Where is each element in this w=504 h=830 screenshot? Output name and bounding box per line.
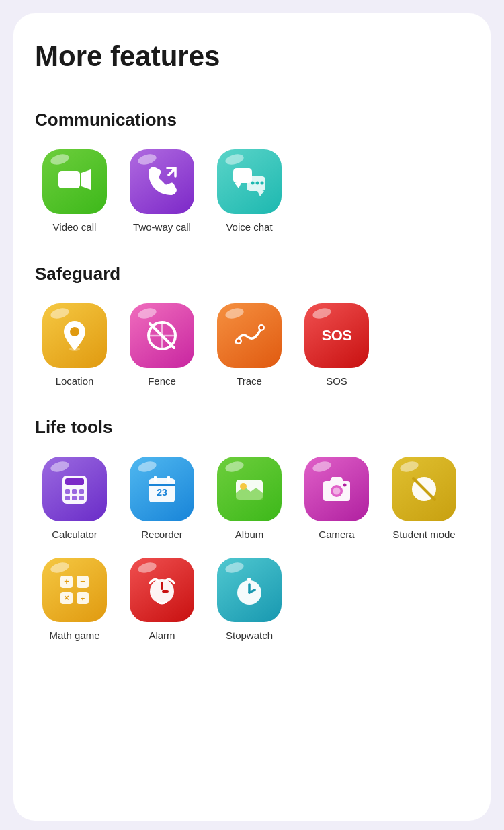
life-tools-row2: + − × ÷ Math game [35, 558, 469, 642]
svg-rect-21 [65, 489, 70, 494]
label-recorder: Recorder [141, 528, 183, 541]
svg-rect-49 [162, 590, 169, 593]
svg-rect-22 [72, 489, 77, 494]
svg-text:23: 23 [157, 487, 167, 498]
svg-point-9 [70, 327, 79, 336]
item-stopwatch[interactable]: Stopwatch [210, 558, 289, 642]
item-location[interactable]: Location [35, 303, 114, 388]
svg-rect-29 [167, 476, 170, 482]
student-mode-icon [407, 471, 442, 506]
svg-point-7 [256, 182, 259, 185]
svg-rect-48 [161, 582, 163, 590]
sos-text: SOS [322, 327, 352, 344]
item-video-call[interactable]: Video call [35, 149, 114, 234]
location-icon [57, 318, 92, 353]
divider [35, 85, 469, 85]
svg-point-18 [260, 326, 263, 329]
icon-stopwatch-bubble [217, 558, 282, 622]
svg-text:−: − [80, 576, 85, 587]
svg-rect-51 [247, 578, 251, 581]
icon-camera-bubble [304, 457, 369, 521]
label-math-game: Math game [49, 629, 99, 642]
life-tools-row1: Calculator 23 Recorder [35, 457, 469, 541]
icon-location-bubble [42, 303, 107, 368]
svg-point-16 [237, 339, 241, 342]
label-alarm: Alarm [149, 629, 175, 642]
svg-rect-24 [65, 496, 70, 500]
fence-icon [144, 318, 179, 353]
svg-text:+: + [64, 576, 69, 587]
album-icon [232, 471, 267, 506]
label-fence: Fence [148, 375, 176, 388]
icon-voice-chat-bubble [217, 149, 282, 214]
icon-two-way-call-bubble [130, 149, 194, 214]
section-communications: Communications Video call [35, 110, 469, 234]
svg-rect-0 [58, 171, 80, 188]
safeguard-row: Location Fence [35, 303, 469, 388]
label-album: Album [235, 528, 264, 541]
svg-rect-30 [149, 484, 175, 486]
svg-point-10 [69, 347, 80, 351]
item-fence[interactable]: Fence [122, 303, 202, 388]
label-student-mode: Student mode [392, 528, 455, 541]
item-sos[interactable]: SOS SOS [297, 303, 376, 388]
item-two-way-call[interactable]: Two-way call [122, 149, 202, 234]
svg-point-36 [343, 484, 347, 487]
label-trace: Trace [237, 375, 262, 388]
item-trace[interactable]: Trace [210, 303, 289, 388]
svg-rect-25 [72, 496, 77, 500]
section-title-safeguard: Safeguard [35, 264, 469, 285]
svg-text:÷: ÷ [81, 594, 85, 602]
section-safeguard: Safeguard Location [35, 264, 469, 388]
icon-video-call-bubble [42, 149, 107, 214]
item-alarm[interactable]: Alarm [122, 558, 202, 642]
svg-marker-5 [257, 191, 264, 196]
icon-fence-bubble [130, 303, 194, 368]
label-location: Location [56, 375, 94, 388]
main-card: More features Communications Video call [13, 13, 491, 821]
label-two-way-call: Two-way call [133, 221, 191, 234]
icon-album-bubble [217, 457, 282, 521]
label-stopwatch: Stopwatch [226, 629, 273, 642]
svg-point-6 [251, 182, 255, 185]
video-call-icon [57, 164, 92, 199]
item-math-game[interactable]: + − × ÷ Math game [35, 558, 114, 642]
camera-icon [319, 471, 354, 506]
icon-trace-bubble [217, 303, 282, 368]
svg-rect-20 [65, 478, 84, 485]
label-video-call: Video call [53, 221, 97, 234]
label-sos: SOS [326, 375, 347, 388]
icon-sos-bubble: SOS [304, 303, 369, 368]
item-voice-chat[interactable]: Voice chat [210, 149, 289, 234]
voice-chat-icon [232, 164, 267, 199]
section-life-tools: Life tools Calculator [35, 417, 469, 642]
communications-row: Video call Two-way call [35, 149, 469, 234]
label-voice-chat: Voice chat [226, 221, 272, 234]
page-title: More features [35, 40, 469, 73]
svg-rect-23 [79, 489, 84, 494]
icon-student-mode-bubble [392, 457, 456, 521]
trace-icon [232, 318, 267, 353]
icon-recorder-bubble: 23 [130, 457, 194, 521]
svg-text:×: × [64, 593, 69, 603]
icon-math-game-bubble: + − × ÷ [42, 558, 107, 622]
stopwatch-icon [232, 572, 267, 607]
svg-point-35 [333, 488, 341, 495]
item-recorder[interactable]: 23 Recorder [122, 457, 202, 541]
svg-rect-28 [154, 476, 157, 482]
section-title-life-tools: Life tools [35, 417, 469, 438]
svg-marker-3 [235, 183, 241, 188]
item-student-mode[interactable]: Student mode [384, 457, 464, 541]
icon-calculator-bubble [42, 457, 107, 521]
label-calculator: Calculator [52, 528, 97, 541]
item-camera[interactable]: Camera [297, 457, 376, 541]
two-way-call-icon [144, 164, 179, 199]
svg-point-33 [240, 483, 247, 490]
item-album[interactable]: Album [210, 457, 289, 541]
alarm-icon [144, 572, 179, 607]
math-game-icon: + − × ÷ [57, 572, 92, 607]
section-title-communications: Communications [35, 110, 469, 130]
item-calculator[interactable]: Calculator [35, 457, 114, 541]
label-camera: Camera [319, 528, 354, 541]
svg-point-8 [261, 182, 264, 185]
